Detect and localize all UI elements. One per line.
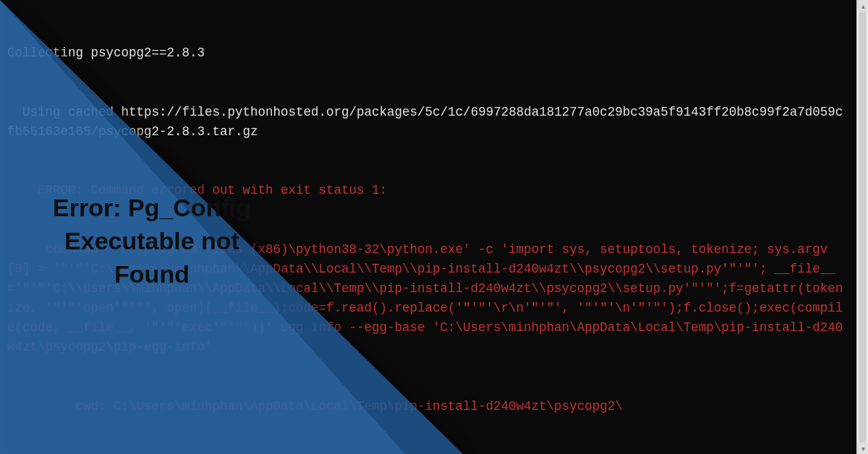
term-line-cached: Using cached https://files.pythonhosted.…: [7, 103, 849, 142]
chevron-up-icon: ▴: [861, 2, 865, 10]
term-line-collecting: Collecting psycopg2==2.8.3: [7, 43, 849, 63]
scrollbar-track[interactable]: [857, 12, 868, 442]
term-line-cwd: cwd: C:\Users\minhphan\AppData\Local\Tem…: [7, 397, 849, 416]
scrollbar-thumb[interactable]: [859, 12, 867, 442]
headline-line: Executable not: [22, 225, 282, 258]
term-url: https://files.pythonhosted.org/packages/…: [7, 105, 843, 139]
vertical-scrollbar[interactable]: ▴ ▾: [856, 0, 868, 454]
term-text: Using cached: [7, 105, 122, 119]
scrollbar-up-button[interactable]: ▴: [857, 0, 868, 12]
headline-caption: Error: Pg_Config Executable not Found: [22, 192, 282, 291]
headline-line: Found: [22, 258, 282, 291]
scrollbar-down-button[interactable]: ▾: [857, 442, 868, 454]
screenshot-root: Collecting psycopg2==2.8.3 Using cached …: [0, 0, 868, 454]
headline-line: Error: Pg_Config: [22, 192, 282, 225]
chevron-down-icon: ▾: [861, 445, 865, 453]
